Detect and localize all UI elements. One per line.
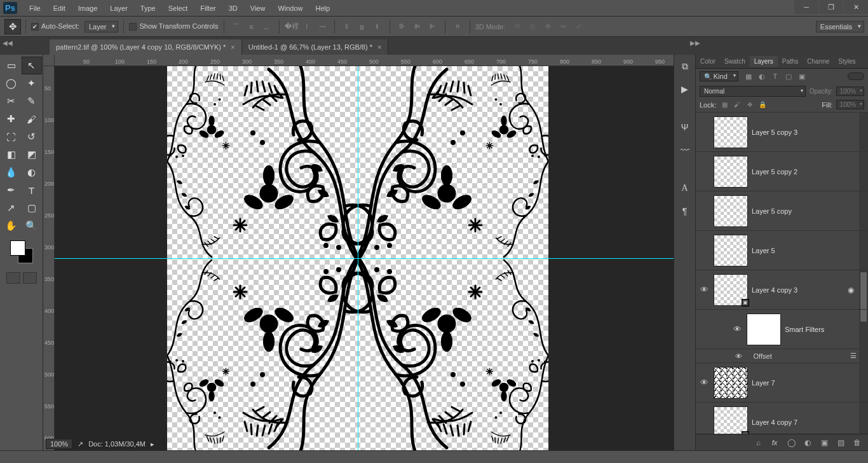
marquee-tool-icon[interactable]: ▭ [2,57,21,74]
layer-name-label[interactable]: Layer 5 copy 3 [752,128,797,136]
layer-row[interactable]: Layer 5 copy [696,191,868,231]
heal-tool-icon[interactable]: ✚ [2,111,21,127]
type-tool-icon[interactable]: T [22,182,41,198]
menu-select[interactable]: Select [162,2,194,15]
layer-name-label[interactable]: Layer 5 [752,247,775,254]
screenmode-icon[interactable] [23,272,37,284]
menu-file[interactable]: File [23,2,47,15]
para-panel-icon[interactable]: ¶ [677,204,693,219]
dodge-tool-icon[interactable]: ◐ [22,164,41,181]
smart-filters-row[interactable]: 👁Smart Filters [696,310,868,349]
canvas-area[interactable]: 5010015020025030035040045050055060065070… [43,55,674,450]
layer-thumbnail[interactable] [714,406,748,434]
layer-thumbnail[interactable] [714,156,748,188]
eyedropper-tool-icon[interactable]: ✎ [22,93,41,109]
lock-position-icon[interactable]: ✥ [745,100,754,109]
pen-tool-icon[interactable]: ✒ [2,182,21,198]
filter-mask-thumbnail[interactable] [747,314,781,345]
layer-row[interactable]: Layer 5 copy 2 [696,152,868,191]
orbit-icon[interactable]: ⟳ [510,20,524,34]
gradient-tool-icon[interactable]: ◩ [22,146,41,163]
quickmask-icon[interactable] [6,272,20,284]
smart-filter-item[interactable]: 👁 Offset☰ [696,349,868,363]
layer-thumbnail[interactable] [714,367,748,399]
clone-panel-icon[interactable]: 〰 [677,142,693,158]
collapse-left-icon[interactable]: ◀◀ [3,39,13,46]
auto-align-icon[interactable]: ⌗ [451,20,465,34]
layer-row[interactable]: 👁Layer 7 [696,363,868,403]
stamp-tool-icon[interactable]: ⛶ [2,128,21,145]
blend-mode-dropdown[interactable]: Normal [700,86,806,97]
link-layers-icon[interactable]: ⌕ [752,438,764,447]
layer-filter-kind-dropdown[interactable]: 🔍 Kind [700,71,738,81]
menu-edit[interactable]: Edit [47,2,72,15]
menu-window[interactable]: Window [271,2,309,15]
dist-bottom-icon[interactable]: ⫵ [370,20,384,34]
shape-tool-icon[interactable]: ▢ [22,200,41,216]
filter-type-icon[interactable]: T [770,72,780,81]
fx-icon[interactable]: fx [769,438,780,447]
history-brush-icon[interactable]: ↺ [22,128,41,145]
layer-row[interactable]: Layer 5 copy 3 [696,113,868,152]
ruler-horizontal[interactable]: 5010015020025030035040045050055060065070… [55,55,674,66]
align-hcenter-icon[interactable]: ⁞ [300,20,314,34]
actions-panel-icon[interactable]: ▶ [677,81,693,97]
panel-tab-styles[interactable]: Styles [834,56,860,67]
zoom-level[interactable]: 100% [46,439,72,449]
layer-thumbnail[interactable] [714,235,748,266]
doc-info-more-icon[interactable]: ▸ [151,440,154,448]
active-tool-icon[interactable]: ✥ [5,20,20,34]
filter-shape-icon[interactable]: ▢ [783,72,794,81]
menu-layer[interactable]: Layer [104,2,134,15]
filter-smart-icon[interactable]: ▣ [797,72,807,81]
slide-icon[interactable]: ⇔ [556,20,570,34]
pan-icon[interactable]: ✥ [541,20,555,34]
wand-tool-icon[interactable]: ✦ [22,75,41,92]
align-vcenter-icon[interactable]: ≡ [245,20,259,34]
layers-list[interactable]: Layer 5 copy 3Layer 5 copy 2Layer 5 copy… [696,113,868,434]
collapse-right-icon[interactable]: ▶▶ [690,39,700,46]
history-panel-icon[interactable]: ⧉ [677,59,693,74]
workspace-dropdown[interactable]: Essentials [816,21,864,32]
panel-tab-color[interactable]: Color [696,56,720,67]
layer-row[interactable]: Layer 5 [696,231,868,270]
panel-tab-channe[interactable]: Channe [803,56,834,67]
brush-panel-icon[interactable]: Ψ [677,120,693,135]
layer-row[interactable]: 👁▣Layer 4 copy 3◉ [696,270,868,310]
filter-indicator-icon[interactable]: ◉ [848,286,854,294]
dist-hcenter-icon[interactable]: ⊫ [410,20,424,34]
mask-icon[interactable]: ◯ [785,438,797,447]
brush-tool-icon[interactable]: 🖌 [22,111,41,127]
layer-filter-toggle[interactable] [848,73,864,80]
group-icon[interactable]: ▣ [818,438,830,447]
lock-transparent-icon[interactable]: ▦ [720,100,729,109]
hand-tool-icon[interactable]: ✋ [2,218,21,234]
roll-icon[interactable]: ◎ [526,20,539,34]
fg-color-swatch[interactable] [10,240,25,256]
layer-name-label[interactable]: Layer 5 copy 2 [752,168,797,176]
color-swatches[interactable] [10,240,33,263]
menu-3d[interactable]: 3D [222,2,244,15]
adjustment-icon[interactable]: ◐ [802,438,813,447]
dist-top-icon[interactable]: ⫴ [340,20,354,34]
layer-name-label[interactable]: Layer 4 copy 3 [752,286,797,294]
dist-left-icon[interactable]: ⊪ [395,20,409,34]
tab-close-icon[interactable]: × [377,43,381,51]
guide-horizontal[interactable] [55,258,674,259]
visibility-toggle-icon[interactable]: 👁 [731,324,743,334]
crop-tool-icon[interactable]: ✂ [2,93,21,109]
align-left-icon[interactable]: �裡 [285,20,299,34]
menu-image[interactable]: Image [72,2,104,15]
maximize-button[interactable]: ❐ [819,0,843,14]
layer-name-label[interactable]: Layer 5 copy [752,207,792,215]
panel-tab-layers[interactable]: Layers [750,56,778,67]
guide-vertical[interactable] [358,66,358,450]
lock-pixels-icon[interactable]: 🖌 [733,100,742,109]
layer-thumbnail[interactable] [714,116,748,148]
opacity-field[interactable]: 100% [836,86,864,96]
visibility-toggle-icon[interactable]: 👁 [698,285,710,294]
filter-adjust-icon[interactable]: ◐ [757,72,767,81]
char-panel-icon[interactable]: A [677,181,693,196]
layer-thumbnail[interactable] [714,195,748,227]
dist-right-icon[interactable]: ⊩ [426,20,440,34]
